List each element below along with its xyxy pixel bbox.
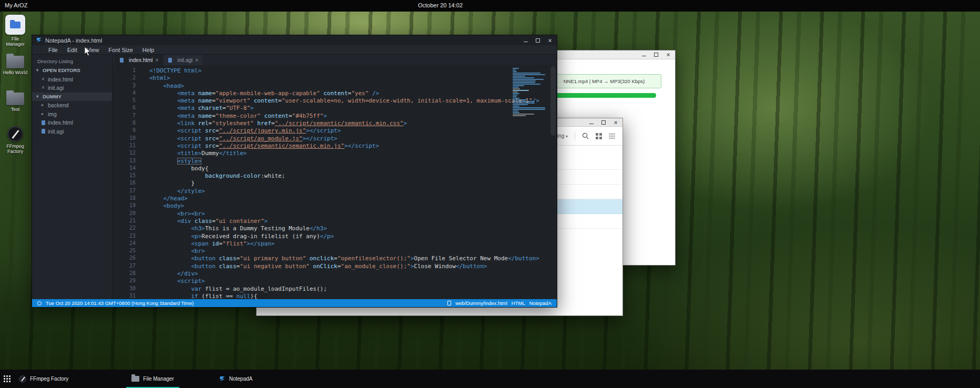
app-launcher-icon[interactable] xyxy=(4,375,11,382)
desktop-icon-label: File Manager xyxy=(2,36,28,47)
minimap-line xyxy=(513,110,518,111)
minimap-line xyxy=(513,106,519,107)
close-icon[interactable]: × xyxy=(195,57,198,63)
maximize-icon[interactable] xyxy=(535,38,540,43)
code-line: <body> xyxy=(149,202,557,210)
chevron-right-icon: ▸ xyxy=(42,101,48,110)
tab-label: init.agi xyxy=(177,57,192,63)
minimap[interactable] xyxy=(512,67,548,116)
section-open-editors[interactable]: ▾ OPEN EDITORS xyxy=(32,66,112,75)
taskbar-item-label: FFmpeg Factory xyxy=(30,376,68,382)
chevron-down-icon: ▾ xyxy=(36,93,43,101)
tree-file-label: init.agi xyxy=(48,127,64,136)
close-icon[interactable]: × xyxy=(42,84,48,93)
code-line: <br><br> xyxy=(149,210,557,218)
line-number: 8 xyxy=(113,120,136,127)
close-icon[interactable]: × xyxy=(156,57,159,63)
tab-init-agi[interactable]: init.agi × xyxy=(164,55,203,65)
close-icon[interactable]: × xyxy=(547,38,553,43)
taskbar-item-label: NotepadA xyxy=(229,376,252,382)
os-clock: October 20 14:02 xyxy=(418,2,463,8)
minimap-line xyxy=(513,103,535,104)
notepada-logo-icon xyxy=(36,37,42,43)
line-number: 11 xyxy=(113,142,136,150)
line-number: 31 xyxy=(113,293,136,299)
maximize-icon[interactable] xyxy=(654,52,659,57)
minimap-line xyxy=(513,98,519,99)
editor-scrollbar[interactable] xyxy=(550,66,556,136)
open-editor-item[interactable]: × init.agi xyxy=(32,84,112,93)
code-line: <meta name="viewport" content="user-scal… xyxy=(149,97,557,105)
taskbar-item-notepada[interactable]: NotepadA xyxy=(214,370,258,388)
status-file-path: web/Dummy/index.html xyxy=(455,300,507,306)
close-icon[interactable]: × xyxy=(666,52,671,57)
minimap-line xyxy=(513,74,545,75)
status-language: HTML xyxy=(512,300,525,306)
code-lines[interactable]: <!DOCTYPE html><html> <head> <meta name=… xyxy=(143,65,557,299)
close-icon[interactable]: × xyxy=(42,75,48,84)
code-line: <style> xyxy=(149,158,557,165)
open-editor-item[interactable]: × index.html xyxy=(32,75,112,84)
grid-view-icon[interactable] xyxy=(596,133,602,139)
list-view-icon[interactable] xyxy=(609,134,615,139)
open-editor-label: index.html xyxy=(48,75,73,84)
editor-tabbar: index.html × init.agi × xyxy=(113,55,557,65)
status-datetime: Tue Oct 20 2020 14:01:43 GMT+0800 (Hong … xyxy=(46,300,193,306)
tree-folder-img[interactable]: ▸ img xyxy=(32,110,112,119)
minimap-line xyxy=(513,109,545,110)
minimap-line xyxy=(513,88,520,89)
maximize-icon[interactable] xyxy=(601,120,606,125)
os-brand[interactable]: My ArOZ xyxy=(5,2,27,8)
close-icon[interactable]: × xyxy=(613,120,618,125)
tab-label: index.html xyxy=(129,57,153,63)
tree-file-index-html[interactable]: index.html xyxy=(32,118,112,127)
code-line: var flist = ao_module_loadInputFiles(); xyxy=(149,285,557,293)
code-line: <html> xyxy=(149,75,557,82)
minimap-line xyxy=(513,76,525,77)
line-number: 12 xyxy=(113,150,136,157)
file-icon xyxy=(42,120,45,125)
menu-view[interactable]: View xyxy=(82,47,104,53)
tab-index-html[interactable]: index.html × xyxy=(115,55,163,65)
chevron-down-icon: ▾ xyxy=(566,134,568,139)
minimap-line xyxy=(513,104,528,105)
notepada-titlebar[interactable]: NotepadA - index.html × xyxy=(32,35,557,45)
code-line: </div> xyxy=(149,270,557,278)
section-project-dummy[interactable]: ▾ DUMMY xyxy=(32,93,112,101)
menu-help[interactable]: Help xyxy=(138,47,159,53)
menu-file[interactable]: File xyxy=(44,47,63,53)
code-editor[interactable]: 1234567891011121314151617181920212223242… xyxy=(113,65,557,299)
desktop-icon-test[interactable]: Test xyxy=(2,93,28,112)
search-icon[interactable] xyxy=(582,132,589,139)
desktop-icon-ffmpeg-factory[interactable]: FFmpeg Factory xyxy=(2,126,28,155)
line-number: 13 xyxy=(113,158,136,165)
taskbar-item-file-manager[interactable]: File Manager xyxy=(126,370,179,388)
minimap-line xyxy=(513,71,517,72)
tree-file-init-agi[interactable]: init.agi xyxy=(32,127,112,136)
line-number: 27 xyxy=(113,263,136,270)
minimize-icon[interactable] xyxy=(641,52,647,57)
code-line: <head> xyxy=(149,83,557,90)
line-number: 4 xyxy=(113,90,136,97)
ffmpeg-window-titlebar[interactable]: × xyxy=(538,50,675,59)
desktop-icon-hello-world[interactable]: Hello World xyxy=(2,56,28,75)
ffmpeg-task-label: NNE1.mp4 | MP4 → MP3(320 Kbps) xyxy=(547,74,661,88)
code-line: <meta charset="UTF-8"> xyxy=(149,105,557,112)
line-number: 30 xyxy=(113,285,136,293)
status-app-name: NotepadA xyxy=(529,300,552,306)
minimize-icon[interactable] xyxy=(589,120,594,125)
menu-font-size[interactable]: Font Size xyxy=(104,47,137,53)
minimap-line xyxy=(513,107,545,108)
toolbar-divider xyxy=(575,132,575,140)
minimize-icon[interactable] xyxy=(523,38,528,43)
menu-edit[interactable]: Edit xyxy=(63,47,82,53)
minimap-line xyxy=(513,79,544,80)
section-label: DUMMY xyxy=(43,93,62,101)
desktop-icon-file-manager[interactable]: File Manager xyxy=(2,15,28,47)
taskbar-item-ffmpeg-factory[interactable]: FFmpeg Factory xyxy=(14,370,74,388)
code-line: <meta name="theme-color" content="#4b75f… xyxy=(149,113,557,120)
tree-folder-backend[interactable]: ▸ backend xyxy=(32,101,112,110)
line-number: 3 xyxy=(113,83,136,90)
explorer-sidebar: Directory Listing ▾ OPEN EDITORS × index… xyxy=(32,55,113,299)
open-editor-label: init.agi xyxy=(48,84,64,93)
